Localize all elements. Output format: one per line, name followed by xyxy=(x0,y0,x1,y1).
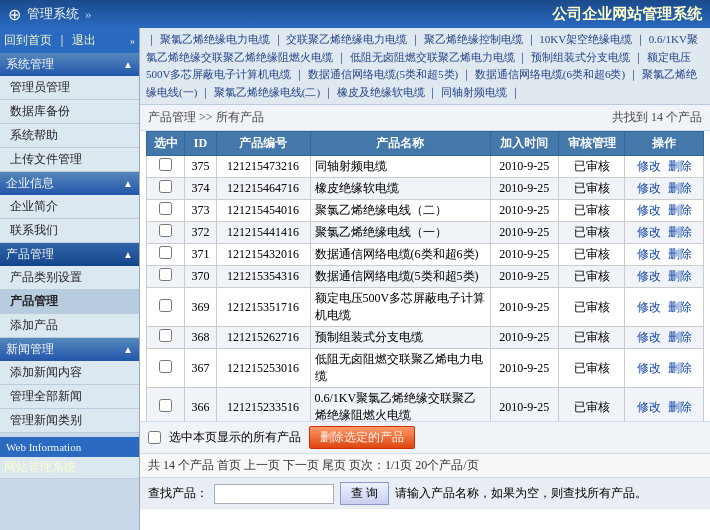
delete-link[interactable]: 删除 xyxy=(668,400,692,414)
home-link[interactable]: 回到首页 xyxy=(4,32,52,49)
top-links: ｜ 聚氯乙烯绝缘电力电缆 ｜ 交联聚乙烯绝缘电力电缆 ｜ 聚乙烯绝缘控制电缆 ｜… xyxy=(140,28,710,105)
search-input[interactable] xyxy=(214,484,334,504)
section-header-news[interactable]: 新闻管理 ▲ xyxy=(0,338,139,361)
chevron-icon-news: ▲ xyxy=(123,344,133,355)
row-date: 2010-9-25 xyxy=(490,388,558,422)
delete-link[interactable]: 删除 xyxy=(668,330,692,344)
sidebar-item-contact[interactable]: 联系我们 xyxy=(0,219,139,243)
row-name: 聚氯乙烯绝缘电线（二） xyxy=(310,200,490,222)
sidebar-item-admin[interactable]: 管理员管理 xyxy=(0,76,139,100)
sidebar-item-websystem[interactable]: 网站管理系统 xyxy=(0,457,139,479)
sidebar-item-category[interactable]: 产品类别设置 xyxy=(0,266,139,290)
product-table: 选中 ID 产品编号 产品名称 加入时间 审核管理 操作 375 1212154… xyxy=(146,131,704,421)
top-link-13[interactable]: 同轴射频电缆 xyxy=(441,86,507,98)
row-name: 数据通信网络电缆(5类和超5类) xyxy=(310,266,490,288)
row-checkbox[interactable] xyxy=(159,268,172,281)
delete-link[interactable]: 删除 xyxy=(668,361,692,375)
top-link-1[interactable]: 交联聚乙烯绝缘电力电缆 xyxy=(286,33,407,45)
edit-link[interactable]: 修改 xyxy=(637,159,661,173)
edit-link[interactable]: 修改 xyxy=(637,225,661,239)
expand-icon[interactable]: » xyxy=(85,6,92,22)
row-checkbox[interactable] xyxy=(159,329,172,342)
row-checkbox[interactable] xyxy=(159,246,172,259)
delete-link[interactable]: 删除 xyxy=(668,225,692,239)
row-checkbox[interactable] xyxy=(159,399,172,412)
top-link-2[interactable]: 聚乙烯绝缘控制电缆 xyxy=(424,33,523,45)
row-status: 已审核 xyxy=(558,200,624,222)
edit-link[interactable]: 修改 xyxy=(637,247,661,261)
chevron-icon-system: ▲ xyxy=(123,59,133,70)
edit-link[interactable]: 修改 xyxy=(637,400,661,414)
top-link-9[interactable]: 数据通信网络电缆(6类和超6类) xyxy=(475,68,625,80)
row-code: 121215233516 xyxy=(216,388,310,422)
section-title-system: 系统管理 xyxy=(6,56,54,73)
sidebar-item-dbbackup[interactable]: 数据库备份 xyxy=(0,100,139,124)
top-link-8[interactable]: 数据通信网络电缆(5类和超5类) xyxy=(308,68,458,80)
edit-link[interactable]: 修改 xyxy=(637,269,661,283)
delete-link[interactable]: 删除 xyxy=(668,159,692,173)
web-section-title: Web Information xyxy=(6,441,81,453)
sidebar-item-syshelp[interactable]: 系统帮助 xyxy=(0,124,139,148)
sidebar-item-allnews[interactable]: 管理全部新闻 xyxy=(0,385,139,409)
row-checkbox[interactable] xyxy=(159,360,172,373)
section-header-product[interactable]: 产品管理 ▲ xyxy=(0,243,139,266)
row-checkbox[interactable] xyxy=(159,158,172,171)
section-header-system[interactable]: 系统管理 ▲ xyxy=(0,53,139,76)
top-link-5[interactable]: 低阻无卤阻燃交联聚乙烯电力电缆 xyxy=(350,51,515,63)
edit-link[interactable]: 修改 xyxy=(637,330,661,344)
row-status: 已审核 xyxy=(558,244,624,266)
top-link-0[interactable]: 聚氯乙烯绝缘电力电缆 xyxy=(160,33,270,45)
delete-link[interactable]: 删除 xyxy=(668,300,692,314)
sidebar-item-productmgr[interactable]: 产品管理 xyxy=(0,290,139,314)
edit-link[interactable]: 修改 xyxy=(637,181,661,195)
col-status: 审核管理 xyxy=(558,132,624,156)
chevron-icon-product: ▲ xyxy=(123,249,133,260)
sidebar-item-newscategory[interactable]: 管理新闻类别 xyxy=(0,409,139,433)
delete-link[interactable]: 删除 xyxy=(668,181,692,195)
section-title-product: 产品管理 xyxy=(6,246,54,263)
row-status: 已审核 xyxy=(558,178,624,200)
row-ops: 修改 删除 xyxy=(625,156,704,178)
col-name: 产品名称 xyxy=(310,132,490,156)
delete-link[interactable]: 删除 xyxy=(668,269,692,283)
delete-link[interactable]: 删除 xyxy=(668,247,692,261)
row-checkbox[interactable] xyxy=(159,180,172,193)
row-name: 同轴射频电缆 xyxy=(310,156,490,178)
top-link-12[interactable]: 橡皮及绝缘软电缆 xyxy=(337,86,425,98)
edit-link[interactable]: 修改 xyxy=(637,203,661,217)
row-code: 121215354316 xyxy=(216,266,310,288)
row-id: 375 xyxy=(185,156,216,178)
nav-sep: ｜ xyxy=(56,32,68,49)
section-header-company[interactable]: 企业信息 ▲ xyxy=(0,172,139,195)
header-left: ⊕ 管理系统 » xyxy=(8,5,92,24)
table-area: 选中 ID 产品编号 产品名称 加入时间 审核管理 操作 375 1212154… xyxy=(140,131,710,421)
delete-link[interactable]: 删除 xyxy=(668,203,692,217)
top-link-3[interactable]: 10KV架空绝缘电缆 xyxy=(539,33,632,45)
row-id: 369 xyxy=(185,288,216,327)
sidebar-nav: 回到首页 ｜ 退出 » xyxy=(0,28,139,53)
top-link-11[interactable]: 聚氯乙烯绝缘电线(二) xyxy=(214,86,320,98)
edit-link[interactable]: 修改 xyxy=(637,361,661,375)
delete-selected-button[interactable]: 删除选定的产品 xyxy=(309,426,415,449)
logout-link[interactable]: 退出 xyxy=(72,32,96,49)
row-checkbox[interactable] xyxy=(159,202,172,215)
sidebar-item-addproduct[interactable]: 添加产品 xyxy=(0,314,139,338)
sidebar-item-intro[interactable]: 企业简介 xyxy=(0,195,139,219)
row-name: 橡皮绝缘软电缆 xyxy=(310,178,490,200)
search-button[interactable]: 查 询 xyxy=(340,482,389,505)
row-checkbox[interactable] xyxy=(159,299,172,312)
row-date: 2010-9-25 xyxy=(490,156,558,178)
section-items-web: 网站管理系统 xyxy=(0,457,139,479)
row-name: 额定电压500V多芯屏蔽电子计算机电缆 xyxy=(310,288,490,327)
table-wrapper[interactable]: 选中 ID 产品编号 产品名称 加入时间 审核管理 操作 375 1212154… xyxy=(146,131,704,421)
edit-link[interactable]: 修改 xyxy=(637,300,661,314)
sidebar-expand-btn[interactable]: » xyxy=(130,35,135,46)
sidebar-item-addnews[interactable]: 添加新闻内容 xyxy=(0,361,139,385)
search-hint: 请输入产品名称，如果为空，则查找所有产品。 xyxy=(395,485,647,502)
table-row: 371 121215432016 数据通信网络电缆(6类和超6类) 2010-9… xyxy=(147,244,704,266)
sidebar-item-filemanage[interactable]: 上传文件管理 xyxy=(0,148,139,172)
row-code: 121215464716 xyxy=(216,178,310,200)
select-all-checkbox[interactable] xyxy=(148,431,161,444)
top-link-6[interactable]: 预制组装式分支电缆 xyxy=(531,51,630,63)
row-checkbox[interactable] xyxy=(159,224,172,237)
